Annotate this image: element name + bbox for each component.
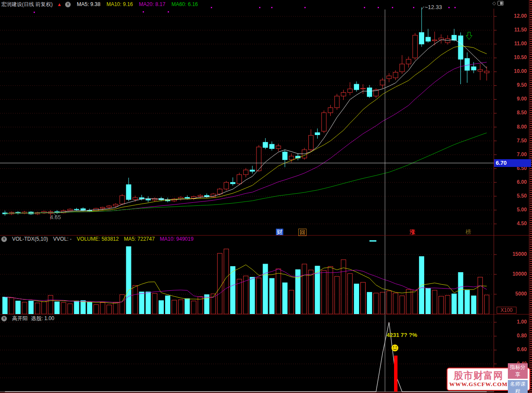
candle-body (315, 132, 320, 135)
candle-body (146, 199, 150, 200)
magenta-dot (211, 7, 212, 8)
volume-bar (68, 304, 72, 314)
watermark-url[interactable]: WWW.GSCFW.COM (449, 381, 508, 388)
candle-body (263, 142, 268, 148)
ma-line-10 (5, 46, 487, 214)
ma60-label: MA60: 6.16 (172, 1, 198, 7)
volume-unit-label: X100 (497, 307, 516, 314)
volume-bar (185, 299, 190, 314)
watermark-banner[interactable]: 股市财富网 WWW.GSCFW.COM 指标分享 名师课程 (447, 368, 530, 391)
volume-bar (335, 277, 339, 314)
header-tools: ◇ (492, 0, 504, 6)
up-arrow-icon: ▲ (57, 2, 62, 7)
y-tick-label: 9.50 (494, 82, 527, 88)
y-tick-label: 15000 (494, 251, 527, 257)
candle-body (276, 146, 281, 148)
volume-bar (263, 264, 268, 314)
volume-bar (3, 297, 7, 314)
volume-bar (224, 249, 228, 314)
volume-bar (126, 247, 131, 314)
volume-bar (276, 269, 281, 314)
volume-bar (354, 284, 359, 314)
candle-body (347, 89, 352, 92)
candle-body (107, 206, 112, 207)
magenta-dot (413, 7, 414, 8)
volume-bar (282, 283, 287, 314)
y-tick-label: 5.00 (494, 207, 527, 213)
y-tick-label: 8.50 (494, 110, 527, 116)
y-tick-label: 0.60 (494, 346, 527, 352)
ma5-label: MA5: 9.38 (77, 1, 100, 7)
volume-panel-header: ∨ VOL-TDX(5,10) VVOL: - VOLUME: 583812 M… (0, 236, 494, 242)
volume-bar (380, 292, 385, 314)
high-price-annotation: ~12.33 (425, 4, 442, 10)
volume-bar (74, 301, 79, 314)
volume-bar (217, 253, 222, 314)
candle-body (426, 37, 431, 41)
volume-bar (250, 277, 255, 314)
volume-value: VOLUME: 583812 (77, 236, 119, 242)
collapse-chevron-icon[interactable]: ∨ (1, 316, 7, 321)
volume-ma5-value: MA5: 722747 (124, 236, 154, 242)
volume-bar (309, 270, 313, 314)
volume-bar (61, 302, 66, 314)
candle-body (328, 108, 333, 113)
volume-bar (302, 264, 307, 314)
candle-body (471, 67, 476, 70)
volume-bar (393, 293, 398, 314)
volume-bar (191, 301, 196, 314)
collapse-chevron-icon[interactable]: ∨ (65, 2, 71, 7)
volume-bar (16, 301, 20, 314)
volume-bar (87, 302, 92, 314)
signal-value: 选股: 1.00 (31, 315, 54, 322)
signal-annotation-text: 4231 7? ?% (387, 332, 417, 338)
candle-body (432, 40, 437, 41)
volume-bar (9, 298, 14, 314)
volume-ma10-value: MA10: 949019 (160, 236, 194, 242)
smiley-eye (396, 346, 397, 347)
stock-app-window: 宏润建设(日线 前复权) ▲ ∨ MA5: 9.38 MA10: 9.16 MA… (0, 0, 532, 393)
candle-body (224, 182, 228, 189)
news-marker-zhang[interactable]: 涨 (410, 229, 415, 235)
magenta-dot (392, 7, 393, 8)
volume-bar (35, 303, 40, 314)
candle-body (113, 204, 118, 206)
candle-body (387, 76, 391, 79)
panel-separator (0, 392, 532, 393)
volume-bar (465, 290, 469, 314)
watermark-tag-teacher-course: 名师课程 (508, 380, 528, 393)
news-marker-cai[interactable]: 财 (276, 229, 283, 235)
chart-canvas[interactable] (0, 0, 532, 393)
news-marker-bang[interactable]: 榜 (466, 229, 471, 235)
volume-bar (289, 290, 294, 314)
volume-bar (452, 294, 457, 314)
watermark-text-block: 股市财富网 WWW.GSCFW.COM (449, 371, 508, 388)
volume-bar (413, 290, 417, 314)
diamond-icon[interactable]: ◇ (492, 0, 496, 6)
down-arrow-marker-icon (466, 32, 472, 40)
volume-bar (257, 278, 261, 314)
volume-bar (374, 293, 379, 314)
candle-body (484, 71, 489, 73)
ma20-label: MA20: 8.17 (139, 1, 165, 7)
y-tick-label: 12.00 (494, 13, 527, 19)
volume-bar (471, 296, 476, 314)
volume-bar (42, 302, 47, 314)
volume-bar (107, 305, 112, 314)
candle-body (244, 170, 248, 175)
news-marker-hui[interactable]: 回 (298, 229, 307, 236)
ma-line-20 (5, 62, 487, 214)
candle-body (309, 135, 313, 150)
magenta-dot (143, 11, 144, 13)
watermark-tags: 指标分享 名师课程 (508, 363, 528, 393)
y-tick-label: 10.00 (494, 68, 527, 74)
y-tick-label: 7.50 (494, 138, 527, 144)
split-panel-icon[interactable] (498, 1, 504, 6)
volume-bar (94, 305, 98, 314)
volume-bar (478, 277, 482, 314)
smiley-face-icon (391, 345, 398, 352)
collapse-chevron-icon[interactable]: ∨ (1, 236, 7, 242)
candle-body (269, 144, 274, 148)
candle-body (406, 59, 411, 64)
watermark-site-name: 股市财富网 (449, 371, 508, 381)
